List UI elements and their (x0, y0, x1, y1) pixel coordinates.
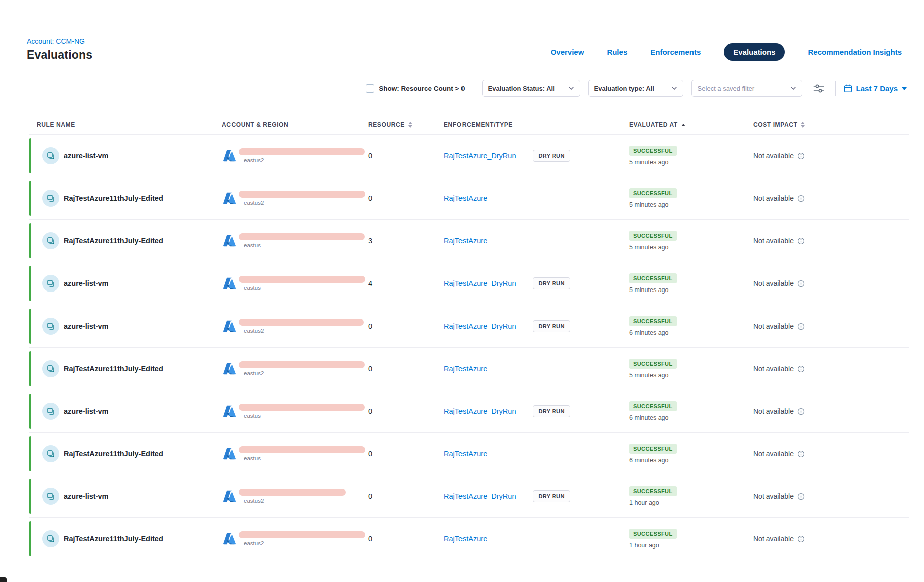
region-label: eastus2 (244, 200, 365, 206)
status-badge: SUCCESSFUL (629, 231, 677, 241)
tab-evaluations[interactable]: Evaluations (724, 43, 785, 61)
rule-name: RajTestAzure11thJuly-Edited (64, 365, 163, 373)
evaluated-at-cell: SUCCESSFUL 6 minutes ago (629, 316, 753, 336)
col-label: RESOURCE (368, 121, 405, 128)
rule-name: azure-list-vm (64, 279, 108, 287)
col-cost-impact[interactable]: COST IMPACT (753, 121, 909, 128)
enforcement-link[interactable]: RajTestAzure (444, 237, 487, 245)
table-row[interactable]: RajTestAzure11thJuly-Edited eastus2 0 Ra… (29, 348, 909, 390)
tab-rules[interactable]: Rules (607, 48, 627, 56)
sort-icon-resource[interactable] (408, 122, 412, 128)
info-icon[interactable] (797, 237, 805, 245)
enforcement-link[interactable]: RajTestAzure (444, 535, 487, 543)
tab-enforcements[interactable]: Enforcements (650, 48, 701, 56)
info-icon[interactable] (797, 535, 805, 543)
enforcement-link[interactable]: RajTestAzure (444, 365, 487, 373)
rule-icon (42, 190, 59, 207)
account-region-cell: eastus2 (222, 531, 368, 546)
info-icon[interactable] (797, 450, 805, 458)
screen-corner-artifact (0, 577, 7, 582)
account-info: eastus2 (239, 361, 365, 376)
sort-icon-cost-impact[interactable] (801, 122, 805, 128)
cost-impact-cell: Not available (753, 407, 909, 415)
account-info: eastus2 (239, 531, 365, 546)
sort-icon-evaluated-at-asc[interactable] (681, 124, 685, 126)
evaluation-status-value: Evaluation Status: All (488, 85, 555, 92)
evaluation-status-select[interactable]: Evaluation Status: All (482, 80, 580, 97)
tab-overview[interactable]: Overview (551, 48, 584, 56)
account-region-cell: eastus (222, 446, 368, 461)
redacted-account-name (239, 276, 365, 283)
table-row[interactable]: azure-list-vm eastus 0 RajTestAzure_DryR… (29, 390, 909, 433)
info-icon[interactable] (797, 408, 805, 415)
table-row[interactable]: RajTestAzure11thJuly-Edited eastus 3 Raj… (29, 220, 909, 262)
info-icon[interactable] (797, 280, 805, 287)
rule-icon (42, 232, 59, 249)
status-badge: SUCCESSFUL (629, 529, 677, 539)
info-icon[interactable] (797, 323, 805, 330)
enforcement-link[interactable]: RajTestAzure (444, 194, 487, 202)
saved-filter-placeholder: Select a saved filter (698, 85, 754, 92)
cost-impact-text: Not available (753, 237, 794, 245)
region-label: eastus2 (244, 370, 365, 376)
enforcement-link[interactable]: RajTestAzure_DryRun (444, 279, 516, 287)
enforcement-link[interactable]: RajTestAzure_DryRun (444, 152, 516, 160)
tab-recommendation-insights[interactable]: Recommendation Insights (808, 48, 902, 56)
azure-icon (223, 234, 236, 247)
top-nav: Overview Rules Enforcements Evaluations … (551, 43, 902, 61)
azure-icon (223, 149, 236, 162)
breadcrumb-account-link[interactable]: Account: CCM-NG (27, 37, 92, 45)
evaluated-time: 1 hour ago (629, 499, 659, 506)
evaluated-time: 6 minutes ago (629, 414, 669, 421)
azure-icon (223, 277, 236, 290)
region-label: eastus2 (244, 157, 365, 163)
col-label: COST IMPACT (753, 121, 797, 128)
evaluated-at-cell: SUCCESSFUL 5 minutes ago (629, 273, 753, 294)
evaluated-at-cell: SUCCESSFUL 5 minutes ago (629, 231, 753, 251)
filter-settings-button[interactable] (810, 81, 827, 96)
evaluated-at-cell: SUCCESSFUL 5 minutes ago (629, 188, 753, 208)
evaluation-type-select[interactable]: Evaluation type: All (588, 80, 683, 97)
account-info: eastus (239, 446, 365, 461)
col-resource[interactable]: RESOURCE (368, 121, 444, 128)
saved-filter-select[interactable]: Select a saved filter (691, 80, 802, 97)
resource-count: 0 (368, 535, 444, 543)
table-row[interactable]: RajTestAzure11thJuly-Edited eastus2 0 Ra… (29, 518, 909, 560)
table-row[interactable]: azure-list-vm eastus2 0 RajTestAzure_Dry… (29, 475, 909, 518)
info-icon[interactable] (797, 493, 805, 500)
sliders-icon (813, 84, 824, 93)
chevron-down-icon (902, 87, 907, 90)
resource-count-checkbox[interactable] (366, 84, 374, 93)
col-evaluated-at[interactable]: EVALUATED AT (629, 121, 753, 128)
table-row[interactable]: azure-list-vm eastus2 0 RajTestAzure_Dry… (29, 135, 909, 177)
page-title: Evaluations (27, 48, 92, 62)
table-row[interactable]: azure-list-vm eastus2 0 RajTestAzure_Dry… (29, 305, 909, 348)
resource-count: 0 (368, 194, 444, 202)
table-row[interactable]: RajTestAzure11thJuly-Edited eastus2 0 Ra… (29, 177, 909, 220)
info-icon[interactable] (797, 195, 805, 202)
region-label: eastus (244, 413, 365, 419)
info-icon[interactable] (797, 365, 805, 373)
resource-count: 3 (368, 237, 444, 245)
info-icon[interactable] (797, 152, 805, 160)
enforcement-link[interactable]: RajTestAzure (444, 450, 487, 458)
table-row[interactable]: azure-list-vm eastus 4 RajTestAzure_DryR… (29, 262, 909, 305)
resource-count-filter[interactable]: Show: Resource Count > 0 (366, 84, 465, 93)
enforcement-cell: RajTestAzure_DryRun DRY RUN (444, 405, 629, 417)
enforcement-link[interactable]: RajTestAzure_DryRun (444, 407, 516, 415)
region-label: eastus2 (244, 540, 365, 546)
enforcement-link[interactable]: RajTestAzure_DryRun (444, 492, 516, 500)
table-body: azure-list-vm eastus2 0 RajTestAzure_Dry… (0, 135, 924, 560)
enforcement-cell: RajTestAzure (444, 535, 629, 543)
redacted-account-name (239, 531, 365, 538)
rule-icon (42, 318, 59, 335)
date-range-picker[interactable]: Last 7 Days (844, 84, 907, 93)
table-row[interactable]: RajTestAzure11thJuly-Edited eastus 0 Raj… (29, 433, 909, 475)
account-info: eastus2 (239, 319, 364, 334)
enforcement-link[interactable]: RajTestAzure_DryRun (444, 322, 516, 330)
cost-impact-text: Not available (753, 535, 794, 543)
rule-cell: RajTestAzure11thJuly-Edited (29, 190, 222, 207)
evaluated-at-cell: SUCCESSFUL 6 minutes ago (629, 401, 753, 421)
status-badge: SUCCESSFUL (629, 359, 677, 369)
filter-bar-divider (835, 81, 836, 96)
